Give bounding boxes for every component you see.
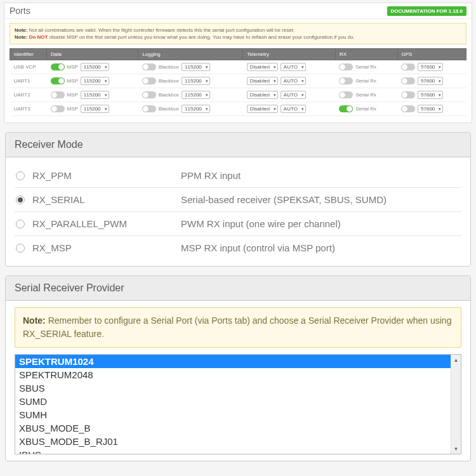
provider-option[interactable]: IBUS	[15, 448, 461, 454]
telemetry-type-select[interactable]: Disabled	[247, 63, 278, 71]
serialrx-label: Serial Rx	[355, 106, 376, 112]
receiver-mode-option[interactable]: RX_PARALLEL_PWMPWM RX input (one wire pe…	[15, 212, 461, 236]
serialrx-label: Serial Rx	[355, 64, 376, 70]
provider-option[interactable]: SBUS	[15, 381, 461, 395]
blackbox-baud-select[interactable]: 115200	[182, 91, 210, 99]
msp-baud-select[interactable]: 115200	[81, 77, 109, 85]
msp-label: MSP	[67, 64, 78, 70]
radio-icon[interactable]	[16, 220, 25, 228]
receiver-mode-desc: PWM RX input (one wire per channel)	[181, 218, 460, 229]
col-gps: GPS	[397, 49, 466, 60]
gps-baud-select[interactable]: 57600	[418, 105, 443, 113]
ports-table: Identifier Data Logging Telemetry RX GPS…	[10, 48, 466, 116]
col-rx: RX	[335, 49, 397, 60]
blackbox-label: Blackbox	[159, 64, 179, 70]
port-identifier: UART2	[10, 88, 47, 102]
gps-toggle[interactable]	[401, 91, 415, 98]
gps-baud-select[interactable]: 57600	[418, 91, 443, 99]
blackbox-baud-select[interactable]: 115200	[182, 105, 210, 113]
serial-provider-listbox[interactable]: SPEKTRUM1024SPEKTRUM2048SBUSSUMDSUMHXBUS…	[15, 354, 461, 454]
receiver-mode-desc: PPM RX input	[181, 170, 460, 181]
scroll-up-icon[interactable]: ▲	[451, 355, 461, 365]
radio-icon[interactable]	[16, 195, 25, 204]
blackbox-label: Blackbox	[159, 78, 179, 84]
documentation-badge[interactable]: DOCUMENTATION FOR 1.13.0	[387, 6, 467, 16]
provider-option[interactable]: XBUS_MODE_B	[15, 421, 461, 435]
msp-baud-select[interactable]: 115200	[81, 105, 109, 113]
msp-toggle[interactable]	[51, 91, 65, 98]
msp-label: MSP	[67, 106, 78, 112]
telemetry-baud-select[interactable]: AUTO	[281, 105, 306, 113]
serialrx-toggle[interactable]	[339, 77, 353, 84]
provider-option[interactable]: SPEKTRUM2048	[15, 368, 461, 381]
provider-option[interactable]: SUMH	[15, 408, 461, 421]
gps-toggle[interactable]	[401, 105, 415, 112]
blackbox-baud-select[interactable]: 115200	[182, 77, 210, 85]
port-identifier: UART1	[10, 74, 47, 88]
telemetry-type-select[interactable]: Disabled	[247, 77, 278, 85]
blackbox-label: Blackbox	[159, 92, 179, 98]
msp-toggle[interactable]	[51, 63, 65, 70]
serialrx-label: Serial Rx	[355, 92, 376, 98]
blackbox-toggle[interactable]	[142, 63, 156, 70]
ports-row: UART3MSP115200Blackbox115200DisabledAUTO…	[10, 102, 466, 116]
provider-option[interactable]: SPEKTRUM1024	[15, 355, 461, 368]
gps-baud-select[interactable]: 57600	[418, 63, 443, 71]
serialrx-toggle[interactable]	[339, 91, 353, 98]
port-identifier: USB VCP	[10, 60, 47, 74]
scrollbar-track[interactable]: ▲ ▼	[451, 355, 461, 454]
msp-baud-select[interactable]: 115200	[81, 91, 109, 99]
provider-option[interactable]: XBUS_MODE_B_RJ01	[15, 435, 461, 448]
col-data: Data	[47, 49, 138, 60]
blackbox-toggle[interactable]	[142, 77, 156, 84]
port-identifier: UART3	[10, 102, 47, 116]
ports-title: Ports	[10, 6, 30, 16]
msp-baud-select[interactable]: 115200	[81, 63, 109, 71]
serial-provider-section: Serial Receiver Provider Note: Remember …	[5, 275, 471, 461]
telemetry-baud-select[interactable]: AUTO	[281, 77, 306, 85]
col-telemetry: Telemetry	[243, 49, 336, 60]
radio-icon[interactable]	[16, 171, 25, 180]
provider-option[interactable]: SUMD	[15, 395, 461, 408]
col-identifier: Identifier	[10, 49, 47, 60]
blackbox-baud-select[interactable]: 115200	[182, 63, 210, 71]
receiver-mode-option[interactable]: RX_MSPMSP RX input (control via MSP port…	[15, 236, 461, 260]
receiver-mode-name: RX_PARALLEL_PWM	[32, 218, 127, 229]
serial-provider-title: Serial Receiver Provider	[6, 276, 470, 301]
receiver-mode-desc: MSP RX input (control via MSP port)	[181, 242, 460, 253]
msp-label: MSP	[67, 78, 78, 84]
radio-icon[interactable]	[16, 244, 25, 253]
msp-toggle[interactable]	[51, 77, 65, 84]
serial-provider-note: Note: Remember to configure a Serial Por…	[15, 307, 461, 348]
ports-row: UART1MSP115200Blackbox115200DisabledAUTO…	[10, 74, 466, 88]
serialrx-toggle[interactable]	[339, 63, 353, 70]
receiver-mode-section: Receiver Mode RX_PPMPPM RX inputRX_SERIA…	[5, 132, 471, 267]
telemetry-type-select[interactable]: Disabled	[247, 105, 278, 113]
receiver-mode-title: Receiver Mode	[6, 133, 470, 157]
ports-row: USB VCPMSP115200Blackbox115200DisabledAU…	[10, 60, 466, 74]
ports-row: UART2MSP115200Blackbox115200DisabledAUTO…	[10, 88, 466, 102]
telemetry-baud-select[interactable]: AUTO	[281, 91, 306, 99]
telemetry-type-select[interactable]: Disabled	[247, 91, 278, 99]
ports-warning: Note: Not all combinations are valid. Wh…	[10, 23, 466, 44]
telemetry-baud-select[interactable]: AUTO	[281, 63, 306, 71]
col-logging: Logging	[138, 49, 243, 60]
msp-toggle[interactable]	[51, 105, 65, 112]
receiver-mode-option[interactable]: RX_SERIALSerial-based receiver (SPEKSAT,…	[15, 188, 461, 212]
ports-header: Ports DOCUMENTATION FOR 1.13.0	[4, 3, 472, 19]
receiver-mode-name: RX_PPM	[32, 170, 72, 181]
gps-toggle[interactable]	[401, 63, 415, 70]
blackbox-toggle[interactable]	[142, 105, 156, 112]
receiver-mode-desc: Serial-based receiver (SPEKSAT, SBUS, SU…	[181, 194, 460, 205]
serialrx-toggle[interactable]	[339, 105, 353, 112]
scroll-down-icon[interactable]: ▼	[451, 444, 461, 454]
gps-toggle[interactable]	[401, 77, 415, 84]
blackbox-toggle[interactable]	[142, 91, 156, 98]
ports-header-row: Identifier Data Logging Telemetry RX GPS	[10, 49, 466, 60]
msp-label: MSP	[67, 92, 78, 98]
serialrx-label: Serial Rx	[355, 78, 376, 84]
receiver-mode-option[interactable]: RX_PPMPPM RX input	[15, 164, 461, 188]
ports-panel: Ports DOCUMENTATION FOR 1.13.0 Note: Not…	[4, 3, 472, 123]
gps-baud-select[interactable]: 57600	[418, 77, 443, 85]
receiver-mode-name: RX_MSP	[32, 242, 72, 253]
